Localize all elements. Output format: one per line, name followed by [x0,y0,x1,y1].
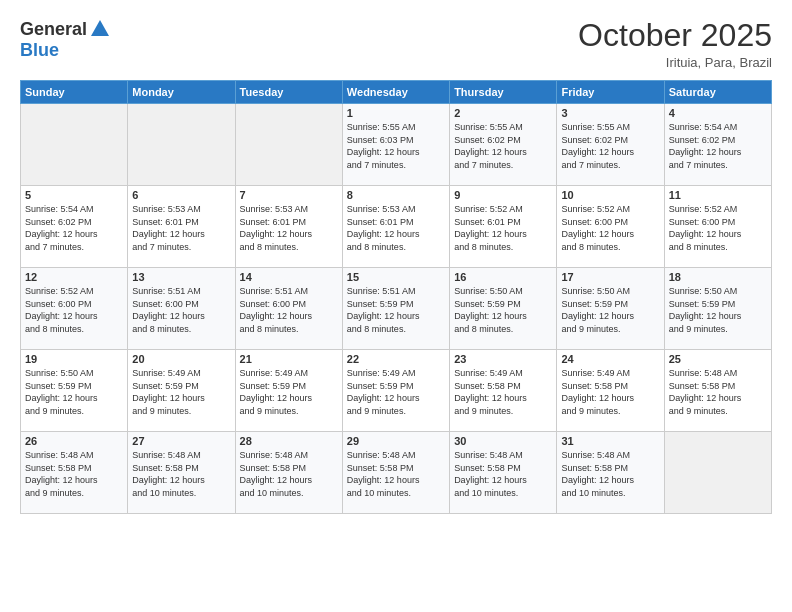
calendar-cell: 30Sunrise: 5:48 AM Sunset: 5:58 PM Dayli… [450,432,557,514]
day-number: 22 [347,353,445,365]
calendar-cell: 17Sunrise: 5:50 AM Sunset: 5:59 PM Dayli… [557,268,664,350]
day-info: Sunrise: 5:52 AM Sunset: 6:00 PM Dayligh… [25,285,123,335]
logo-general-text: General [20,19,87,40]
col-header-wednesday: Wednesday [342,81,449,104]
day-info: Sunrise: 5:53 AM Sunset: 6:01 PM Dayligh… [132,203,230,253]
day-info: Sunrise: 5:53 AM Sunset: 6:01 PM Dayligh… [347,203,445,253]
calendar-cell: 15Sunrise: 5:51 AM Sunset: 5:59 PM Dayli… [342,268,449,350]
day-info: Sunrise: 5:51 AM Sunset: 5:59 PM Dayligh… [347,285,445,335]
day-number: 8 [347,189,445,201]
col-header-monday: Monday [128,81,235,104]
calendar-cell: 31Sunrise: 5:48 AM Sunset: 5:58 PM Dayli… [557,432,664,514]
calendar-week-5: 26Sunrise: 5:48 AM Sunset: 5:58 PM Dayli… [21,432,772,514]
day-info: Sunrise: 5:55 AM Sunset: 6:02 PM Dayligh… [561,121,659,171]
day-number: 20 [132,353,230,365]
logo-blue-text: Blue [20,40,59,61]
day-number: 11 [669,189,767,201]
day-info: Sunrise: 5:48 AM Sunset: 5:58 PM Dayligh… [347,449,445,499]
day-info: Sunrise: 5:50 AM Sunset: 5:59 PM Dayligh… [25,367,123,417]
day-number: 13 [132,271,230,283]
calendar-cell: 10Sunrise: 5:52 AM Sunset: 6:00 PM Dayli… [557,186,664,268]
calendar-cell: 26Sunrise: 5:48 AM Sunset: 5:58 PM Dayli… [21,432,128,514]
day-number: 23 [454,353,552,365]
day-info: Sunrise: 5:48 AM Sunset: 5:58 PM Dayligh… [454,449,552,499]
day-number: 19 [25,353,123,365]
day-info: Sunrise: 5:55 AM Sunset: 6:03 PM Dayligh… [347,121,445,171]
day-number: 3 [561,107,659,119]
day-number: 31 [561,435,659,447]
day-info: Sunrise: 5:48 AM Sunset: 5:58 PM Dayligh… [240,449,338,499]
calendar-week-3: 12Sunrise: 5:52 AM Sunset: 6:00 PM Dayli… [21,268,772,350]
day-info: Sunrise: 5:49 AM Sunset: 5:58 PM Dayligh… [454,367,552,417]
day-number: 30 [454,435,552,447]
day-number: 27 [132,435,230,447]
day-number: 14 [240,271,338,283]
day-info: Sunrise: 5:49 AM Sunset: 5:59 PM Dayligh… [240,367,338,417]
calendar-week-4: 19Sunrise: 5:50 AM Sunset: 5:59 PM Dayli… [21,350,772,432]
calendar-cell [664,432,771,514]
day-info: Sunrise: 5:49 AM Sunset: 5:59 PM Dayligh… [132,367,230,417]
day-info: Sunrise: 5:48 AM Sunset: 5:58 PM Dayligh… [132,449,230,499]
location-subtitle: Irituia, Para, Brazil [578,55,772,70]
day-number: 17 [561,271,659,283]
calendar-week-2: 5Sunrise: 5:54 AM Sunset: 6:02 PM Daylig… [21,186,772,268]
calendar-cell: 18Sunrise: 5:50 AM Sunset: 5:59 PM Dayli… [664,268,771,350]
calendar-cell: 11Sunrise: 5:52 AM Sunset: 6:00 PM Dayli… [664,186,771,268]
day-number: 6 [132,189,230,201]
calendar-cell: 16Sunrise: 5:50 AM Sunset: 5:59 PM Dayli… [450,268,557,350]
calendar-cell: 9Sunrise: 5:52 AM Sunset: 6:01 PM Daylig… [450,186,557,268]
calendar-cell: 2Sunrise: 5:55 AM Sunset: 6:02 PM Daylig… [450,104,557,186]
calendar-cell: 27Sunrise: 5:48 AM Sunset: 5:58 PM Dayli… [128,432,235,514]
day-number: 28 [240,435,338,447]
day-info: Sunrise: 5:48 AM Sunset: 5:58 PM Dayligh… [25,449,123,499]
day-number: 1 [347,107,445,119]
calendar-cell: 12Sunrise: 5:52 AM Sunset: 6:00 PM Dayli… [21,268,128,350]
calendar-cell: 29Sunrise: 5:48 AM Sunset: 5:58 PM Dayli… [342,432,449,514]
day-number: 7 [240,189,338,201]
calendar-cell: 28Sunrise: 5:48 AM Sunset: 5:58 PM Dayli… [235,432,342,514]
col-header-friday: Friday [557,81,664,104]
day-info: Sunrise: 5:54 AM Sunset: 6:02 PM Dayligh… [669,121,767,171]
day-info: Sunrise: 5:53 AM Sunset: 6:01 PM Dayligh… [240,203,338,253]
header: General Blue October 2025 Irituia, Para,… [20,18,772,70]
day-info: Sunrise: 5:50 AM Sunset: 5:59 PM Dayligh… [561,285,659,335]
calendar-cell: 8Sunrise: 5:53 AM Sunset: 6:01 PM Daylig… [342,186,449,268]
calendar-cell [128,104,235,186]
title-block: October 2025 Irituia, Para, Brazil [578,18,772,70]
calendar-cell: 6Sunrise: 5:53 AM Sunset: 6:01 PM Daylig… [128,186,235,268]
day-info: Sunrise: 5:48 AM Sunset: 5:58 PM Dayligh… [561,449,659,499]
day-info: Sunrise: 5:50 AM Sunset: 5:59 PM Dayligh… [669,285,767,335]
svg-marker-0 [91,20,109,36]
day-number: 12 [25,271,123,283]
calendar-table: SundayMondayTuesdayWednesdayThursdayFrid… [20,80,772,514]
day-number: 5 [25,189,123,201]
day-number: 26 [25,435,123,447]
col-header-tuesday: Tuesday [235,81,342,104]
page: General Blue October 2025 Irituia, Para,… [0,0,792,612]
calendar-cell: 20Sunrise: 5:49 AM Sunset: 5:59 PM Dayli… [128,350,235,432]
day-number: 2 [454,107,552,119]
calendar-cell: 4Sunrise: 5:54 AM Sunset: 6:02 PM Daylig… [664,104,771,186]
day-number: 16 [454,271,552,283]
day-number: 21 [240,353,338,365]
day-number: 10 [561,189,659,201]
day-number: 18 [669,271,767,283]
day-info: Sunrise: 5:51 AM Sunset: 6:00 PM Dayligh… [132,285,230,335]
calendar-cell: 19Sunrise: 5:50 AM Sunset: 5:59 PM Dayli… [21,350,128,432]
day-number: 4 [669,107,767,119]
calendar-cell: 7Sunrise: 5:53 AM Sunset: 6:01 PM Daylig… [235,186,342,268]
day-info: Sunrise: 5:49 AM Sunset: 5:59 PM Dayligh… [347,367,445,417]
day-info: Sunrise: 5:49 AM Sunset: 5:58 PM Dayligh… [561,367,659,417]
calendar-cell: 21Sunrise: 5:49 AM Sunset: 5:59 PM Dayli… [235,350,342,432]
day-info: Sunrise: 5:52 AM Sunset: 6:00 PM Dayligh… [669,203,767,253]
day-info: Sunrise: 5:50 AM Sunset: 5:59 PM Dayligh… [454,285,552,335]
calendar-header-row: SundayMondayTuesdayWednesdayThursdayFrid… [21,81,772,104]
calendar-cell [235,104,342,186]
calendar-cell: 5Sunrise: 5:54 AM Sunset: 6:02 PM Daylig… [21,186,128,268]
logo-icon [89,18,111,40]
col-header-sunday: Sunday [21,81,128,104]
calendar-cell: 3Sunrise: 5:55 AM Sunset: 6:02 PM Daylig… [557,104,664,186]
day-number: 24 [561,353,659,365]
calendar-cell: 13Sunrise: 5:51 AM Sunset: 6:00 PM Dayli… [128,268,235,350]
day-info: Sunrise: 5:55 AM Sunset: 6:02 PM Dayligh… [454,121,552,171]
